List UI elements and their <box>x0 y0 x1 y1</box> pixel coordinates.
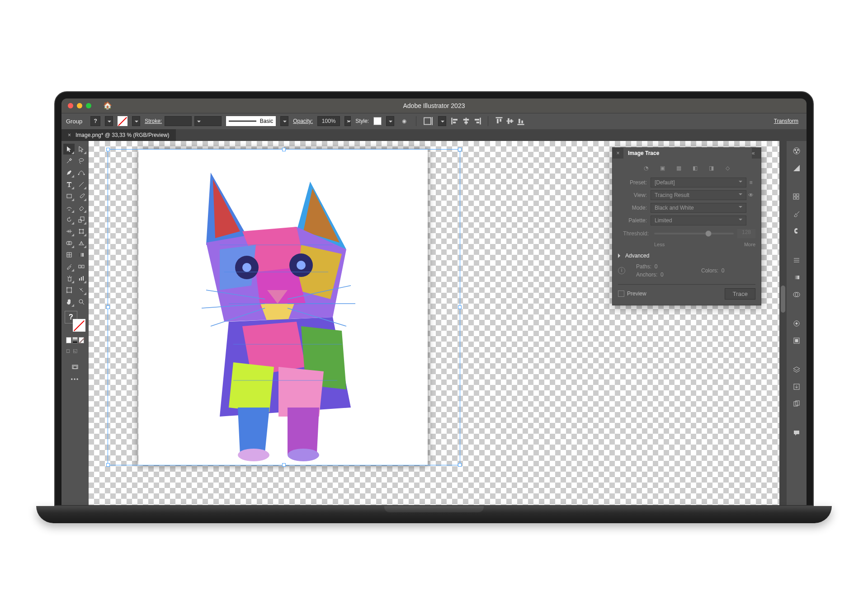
opacity-input[interactable]: 100% <box>317 116 340 126</box>
comments-panel-icon[interactable] <box>791 427 802 438</box>
scale-tool[interactable] <box>75 214 87 225</box>
fill-stroke-indicator[interactable]: ? <box>65 311 85 332</box>
edit-toolbar-button[interactable]: ••• <box>63 374 87 385</box>
resize-handle-e[interactable] <box>458 305 462 309</box>
fill-dropdown[interactable] <box>105 116 113 126</box>
view-eye-icon[interactable]: 👁 <box>746 192 755 198</box>
align-top-icon[interactable] <box>495 117 504 126</box>
align-left-icon[interactable] <box>451 117 460 126</box>
minimize-window-icon[interactable] <box>77 103 82 108</box>
curvature-tool[interactable] <box>75 167 87 178</box>
slice-tool[interactable] <box>75 285 87 295</box>
color-panel-icon[interactable] <box>791 145 802 156</box>
stroke-weight-input[interactable] <box>165 116 192 126</box>
fullscreen-window-icon[interactable] <box>86 103 91 108</box>
symbol-sprayer-tool[interactable] <box>63 273 75 284</box>
graphic-styles-panel-icon[interactable] <box>791 335 802 346</box>
gradient-tool[interactable] <box>75 249 87 260</box>
transparency-panel-icon[interactable] <box>791 289 802 300</box>
graphic-style-swatch[interactable] <box>373 117 382 125</box>
rotate-tool[interactable] <box>63 214 75 225</box>
advanced-toggle[interactable]: Advanced <box>618 251 755 261</box>
recolor-artwork-icon[interactable]: ◉ <box>399 116 410 127</box>
home-icon[interactable]: 🏠 <box>103 101 112 110</box>
selection-bounding-box[interactable] <box>108 149 460 465</box>
blend-tool[interactable] <box>75 261 87 272</box>
preset-gray-icon[interactable]: ◧ <box>690 163 700 173</box>
direct-selection-tool[interactable] <box>75 144 87 155</box>
resize-handle-se[interactable] <box>458 463 462 467</box>
palette-select[interactable]: Limited <box>651 216 746 225</box>
resize-handle-s[interactable] <box>282 463 286 467</box>
width-tool[interactable] <box>63 226 75 237</box>
symbols-panel-icon[interactable] <box>791 226 802 237</box>
preset-bw-icon[interactable]: ◨ <box>706 163 716 173</box>
preset-menu-icon[interactable]: ≡ <box>746 179 755 186</box>
color-mode-none[interactable] <box>79 337 84 343</box>
threshold-value[interactable]: 128 <box>737 229 755 238</box>
preset-lowcolor-icon[interactable]: ▦ <box>674 163 684 173</box>
align-bottom-icon[interactable] <box>516 117 525 126</box>
resize-handle-ne[interactable] <box>458 148 462 151</box>
hand-tool[interactable] <box>63 296 75 307</box>
perspective-grid-tool[interactable] <box>75 238 87 248</box>
mesh-tool[interactable] <box>63 249 75 260</box>
threshold-slider[interactable] <box>654 233 734 234</box>
line-segment-tool[interactable] <box>75 179 87 190</box>
resize-handle-w[interactable] <box>106 305 110 309</box>
resize-handle-n[interactable] <box>282 148 286 151</box>
shape-builder-tool[interactable] <box>63 238 75 248</box>
align-vcenter-icon[interactable] <box>505 117 514 126</box>
fill-color-swatch[interactable]: ? <box>90 116 100 126</box>
stroke-panel-icon[interactable] <box>791 255 802 266</box>
screen-mode-icon[interactable] <box>70 362 81 373</box>
gradient-panel-icon[interactable] <box>791 272 802 283</box>
paintbrush-tool[interactable] <box>75 191 87 202</box>
magic-wand-tool[interactable] <box>63 155 75 166</box>
panel-close-icon[interactable]: × <box>613 150 623 156</box>
align-hcenter-icon[interactable] <box>462 117 471 126</box>
align-to-dropdown[interactable] <box>438 116 446 126</box>
preset-select[interactable]: [Default] <box>651 178 746 187</box>
lasso-tool[interactable] <box>75 155 87 166</box>
appearance-panel-icon[interactable] <box>791 318 802 329</box>
brush-dropdown[interactable] <box>280 116 288 126</box>
preset-outline-icon[interactable]: ◇ <box>722 163 732 173</box>
mode-select[interactable]: Black and White <box>651 203 746 213</box>
color-guide-panel-icon[interactable] <box>791 163 802 173</box>
brushes-panel-icon[interactable] <box>791 209 802 220</box>
info-icon[interactable]: i <box>618 267 625 274</box>
selection-tool[interactable] <box>63 144 75 155</box>
artboards-panel-icon[interactable] <box>791 398 802 409</box>
artboard-tool[interactable] <box>63 285 75 295</box>
align-right-icon[interactable] <box>472 117 481 126</box>
brush-definition[interactable]: Basic <box>226 116 276 126</box>
preset-photo-icon[interactable]: ▣ <box>657 163 667 173</box>
stroke-dropdown[interactable] <box>132 116 140 126</box>
pen-tool[interactable] <box>63 167 75 178</box>
vertical-scrollbar[interactable] <box>779 141 787 505</box>
column-graph-tool[interactable] <box>75 273 87 284</box>
shaper-tool[interactable] <box>63 202 75 213</box>
canvas[interactable]: × Image Trace « ◔ ▣ ▦ ◧ ◨ ◇ <box>89 141 787 505</box>
rectangle-tool[interactable] <box>63 191 75 202</box>
panel-collapse-icon[interactable]: « <box>752 150 761 156</box>
resize-handle-nw[interactable] <box>106 148 110 151</box>
stroke-indicator[interactable] <box>73 319 85 332</box>
preview-checkbox[interactable]: Preview <box>618 291 646 297</box>
free-transform-tool[interactable] <box>75 226 87 237</box>
stroke-none-swatch[interactable] <box>118 116 127 126</box>
close-window-icon[interactable] <box>68 103 73 108</box>
layers-panel-icon[interactable] <box>791 364 802 375</box>
align-to-icon[interactable] <box>423 116 434 127</box>
style-dropdown[interactable] <box>386 116 394 126</box>
eraser-tool[interactable] <box>75 202 87 213</box>
draw-behind-icon[interactable]: ◱ <box>73 348 77 354</box>
swatches-panel-icon[interactable] <box>791 192 802 202</box>
zoom-tool[interactable] <box>75 296 87 307</box>
opacity-dropdown[interactable]: › <box>344 116 351 126</box>
transform-link[interactable]: Transform <box>774 118 802 124</box>
document-tab[interactable]: × Image.png* @ 33,33 % (RGB/Preview) <box>61 129 176 141</box>
view-select[interactable]: Tracing Result <box>651 190 746 200</box>
stroke-profile-dropdown[interactable] <box>194 116 222 126</box>
